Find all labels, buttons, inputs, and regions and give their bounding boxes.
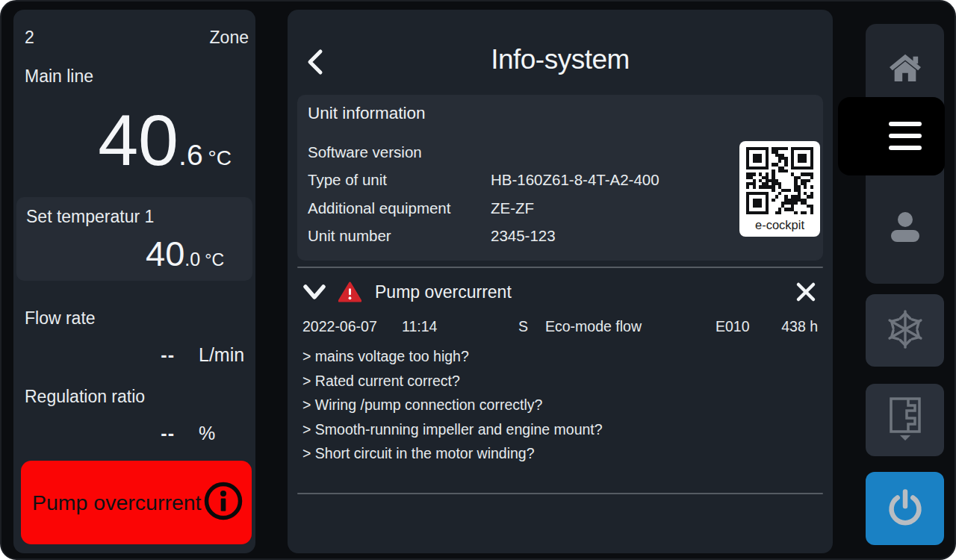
main-temp-fraction: .6 [179, 139, 203, 172]
warning-triangle-icon [338, 281, 361, 302]
zone-label: Zone [210, 28, 249, 48]
alarm-operating-hours: 438 h [775, 318, 818, 335]
home-icon [888, 52, 922, 86]
alarm-detail-row: 2022-06-07 11:14 S Eco-mode flow E010 43… [302, 318, 818, 335]
flow-rate-label: Flow rate [25, 308, 96, 329]
regulation-ratio-value-row: -- % [25, 423, 254, 444]
row-label: Unit number [308, 227, 491, 245]
alarm-date: 2022-06-07 [302, 318, 402, 335]
regulation-ratio-value: -- [25, 423, 175, 444]
alarm-hint: > Rated current correct? [302, 369, 818, 393]
qr-code-box: e-cockpit [739, 141, 820, 237]
info-row-type-of-unit: Type of unit HB-160Z61-8-4T-A2-400 [308, 167, 726, 195]
main-temp-integer: 40 [98, 102, 179, 178]
sidebar-item-menu[interactable] [838, 97, 945, 175]
close-icon[interactable] [795, 281, 816, 302]
alarm-error-code: E010 [716, 318, 775, 335]
qr-code-image [746, 141, 813, 217]
row-value: HB-160Z61-8-4T-A2-400 [491, 171, 726, 189]
set-temp-integer: 40 [146, 235, 184, 272]
unit-information-card: Unit information Software version Type o… [297, 95, 823, 261]
row-value: ZE-ZF [491, 199, 726, 217]
set-temp-fraction: .0 [184, 249, 200, 270]
alarm-mode: Eco-mode flow [545, 318, 716, 335]
mold-icon [887, 396, 924, 445]
sidebar-item-power[interactable] [866, 472, 944, 545]
alarm-hint: > Wiring /pump connection correctly? [302, 393, 818, 417]
flow-rate-value: -- [25, 344, 175, 366]
alarm-code-letter: S [518, 318, 545, 335]
set-temperature-label: Set temperatur 1 [26, 207, 154, 227]
row-label: Type of unit [308, 171, 491, 189]
info-row-unit-number: Unit number 2345-123 [308, 223, 726, 251]
page-title: Info-system [288, 44, 833, 75]
info-row-additional-equipment: Additional equipment ZE-ZF [308, 194, 726, 223]
zone-row: 2 Zone [25, 28, 249, 48]
alarm-time: 11:14 [402, 318, 518, 335]
sidebar-item-user[interactable] [866, 202, 944, 255]
alarm-entry-title: Pump overcurrent [375, 282, 512, 302]
regulation-ratio-label: Regulation ratio [25, 387, 145, 407]
alarm-hint: > Smooth-running impeller and engine mou… [302, 417, 818, 442]
row-label: Additional equipment [308, 199, 491, 217]
row-value: 2345-123 [491, 227, 726, 245]
alarm-banner[interactable]: Pump overcurrent [21, 461, 252, 544]
divider [297, 267, 823, 268]
info-system-panel: Info-system Unit information Software ve… [288, 10, 833, 553]
sidebar-item-cooling[interactable] [866, 294, 944, 367]
sidebar-item-home[interactable] [866, 40, 944, 97]
sidebar-item-mold[interactable] [866, 384, 944, 456]
flow-rate-value-row: -- L/min [25, 344, 254, 366]
set-temp-unit: °C [205, 250, 224, 270]
device-screen: 2 Zone Main line 40 .6 °C Set temperatur… [0, 0, 956, 560]
alarm-entry: Pump overcurrent 2022-06-07 11:14 S Eco-… [302, 272, 818, 466]
power-icon [886, 488, 925, 529]
unit-information-title: Unit information [308, 104, 426, 123]
user-icon [887, 210, 923, 247]
flow-rate-unit: L/min [199, 344, 254, 366]
unit-information-rows: Software version Type of unit HB-160Z61-… [308, 138, 726, 250]
alarm-entry-header: Pump overcurrent [302, 272, 818, 312]
main-line-label: Main line [25, 66, 93, 87]
snowflake-icon [884, 308, 927, 354]
alarm-hint-list: > mains voltage too high? > Rated curren… [302, 344, 818, 466]
main-temp-unit: °C [208, 146, 232, 170]
divider [297, 493, 823, 494]
alarm-banner-label: Pump overcurrent [32, 491, 204, 515]
set-temperature-box[interactable]: Set temperatur 1 40 .0 °C [16, 197, 252, 281]
info-icon[interactable] [204, 482, 243, 523]
info-row-software-version: Software version [308, 138, 726, 167]
zone-number: 2 [25, 28, 34, 48]
regulation-ratio-unit: % [199, 423, 254, 444]
zone-status-panel: 2 Zone Main line 40 .6 °C Set temperatur… [13, 10, 255, 553]
alarm-hint: > Short circuit in the motor winding? [302, 441, 818, 466]
menu-icon [889, 122, 922, 150]
main-line-temperature: 40 .6 °C [98, 102, 232, 178]
set-temperature-value: 40 .0 °C [146, 235, 224, 272]
chevron-down-icon[interactable] [302, 283, 326, 301]
row-label: Software version [308, 143, 491, 161]
alarm-hint: > mains voltage too high? [302, 344, 818, 369]
qr-caption: e-cockpit [755, 218, 804, 232]
